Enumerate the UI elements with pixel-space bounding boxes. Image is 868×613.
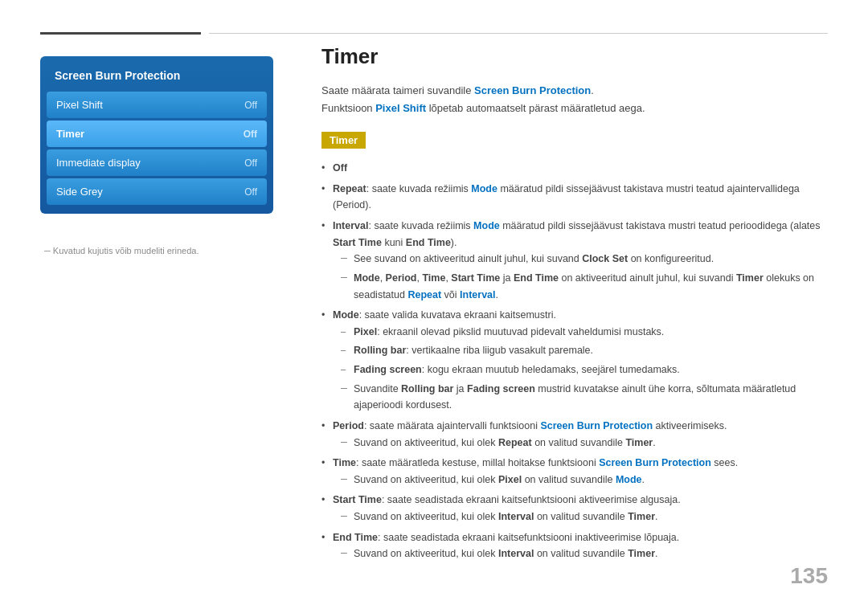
mode-note: Suvandite Rolling bar ja Fading screen m…	[341, 381, 828, 414]
end-time-sub-list: Suvand on aktiveeritud, kui olek Interva…	[341, 546, 828, 562]
intro-line-2: Funktsioon Pixel Shift lõpetab automaats…	[321, 100, 828, 117]
highlight-repeat: Repeat	[407, 289, 441, 300]
time-note: Suvand on aktiveeritud, kui olek Pixel o…	[341, 472, 828, 488]
highlight-mode-3: Mode	[616, 474, 642, 485]
bullet-mode: Mode: saate valida kuvatava ekraani kait…	[321, 307, 828, 414]
bullet-end-time: End Time: saate seadistada ekraani kaits…	[321, 529, 828, 562]
highlight-mode-2: Mode	[473, 220, 500, 231]
bullet-start-time: Start Time: saate seadistada ekraani kai…	[321, 492, 828, 525]
bullet-time: Time: saate määratleda kestuse, millal h…	[321, 455, 828, 488]
period-sub-list: Suvand on aktiveeritud, kui olek Repeat …	[341, 435, 828, 452]
note-clock-set: See suvand on aktiveeritud ainult juhul,…	[341, 251, 828, 268]
intro-text: Saate määrata taimeri suvandile Screen B…	[321, 82, 828, 117]
end-time-note: Suvand on aktiveeritud, kui olek Interva…	[341, 546, 828, 562]
side-grey-value: Off	[244, 186, 257, 198]
highlight-mode-1: Mode	[471, 183, 497, 194]
start-time-sub-list: Suvand on aktiveeritud, kui olek Interva…	[341, 509, 828, 525]
mode-note-list: Suvandite Rolling bar ja Fading screen m…	[341, 381, 828, 414]
line-light	[209, 33, 828, 34]
time-sub-list: Suvand on aktiveeritud, kui olek Pixel o…	[341, 472, 828, 488]
note-mode-period: Mode, Period, Time, Start Time ja End Ti…	[341, 270, 828, 303]
highlight-screen-burn-3: Screen Burn Protection	[599, 457, 711, 468]
right-content: Timer Saate määrata taimeri suvandile Sc…	[321, 44, 828, 566]
menu-item-pixel-shift[interactable]: Pixel Shift Off	[47, 92, 267, 118]
menu-title: Screen Burn Protection	[47, 63, 267, 92]
start-time-note: Suvand on aktiveeritud, kui olek Interva…	[341, 509, 828, 525]
interval-sub-list: See suvand on aktiveeritud ainult juhul,…	[341, 251, 828, 303]
bullet-repeat: Repeat: saate kuvada režiimis Mode määra…	[321, 181, 828, 214]
page-number: 135	[790, 563, 828, 589]
pixel-shift-label: Pixel Shift	[56, 99, 103, 111]
main-bullet-list: Off Repeat: saate kuvada režiimis Mode m…	[321, 160, 828, 562]
pixel-shift-value: Off	[244, 100, 257, 111]
line-dark	[40, 32, 201, 35]
footnote: Kuvatud kujutis võib mudeliti erineda.	[40, 246, 273, 255]
timer-label: Timer	[56, 128, 84, 140]
side-grey-label: Side Grey	[56, 186, 103, 198]
bullet-off: Off	[321, 160, 828, 177]
menu-box: Screen Burn Protection Pixel Shift Off T…	[40, 56, 273, 214]
bullet-period: Period: saate määrata ajaintervalli funk…	[321, 418, 828, 451]
highlight-screen-burn-2: Screen Burn Protection	[540, 420, 653, 431]
highlight-screen-burn-1: Screen Burn Protection	[474, 84, 591, 96]
page-title: Timer	[321, 44, 828, 69]
bullet-interval: Interval: saate kuvada režiimis Mode mää…	[321, 218, 828, 303]
mode-pixel: Pixel: ekraanil olevad pikslid muutuvad …	[341, 324, 828, 341]
immediate-display-label: Immediate display	[56, 157, 141, 169]
highlight-pixel-shift: Pixel Shift	[375, 102, 426, 114]
top-decorative-lines	[0, 32, 868, 35]
left-panel: Screen Burn Protection Pixel Shift Off T…	[40, 56, 273, 255]
content-body: Off Repeat: saate kuvada režiimis Mode m…	[321, 160, 828, 562]
period-note: Suvand on aktiveeritud, kui olek Repeat …	[341, 435, 828, 452]
mode-rolling-bar: Rolling bar: vertikaalne riba liigub vas…	[341, 342, 828, 359]
menu-item-side-grey[interactable]: Side Grey Off	[47, 178, 267, 205]
mode-sub-list: Pixel: ekraanil olevad pikslid muutuvad …	[341, 324, 828, 378]
section-heading: Timer	[321, 132, 366, 149]
highlight-interval: Interval	[460, 289, 495, 300]
menu-item-timer[interactable]: Timer Off	[47, 121, 267, 147]
mode-fading-screen: Fading screen: kogu ekraan muutub heleda…	[341, 362, 828, 378]
timer-value: Off	[244, 129, 257, 140]
immediate-display-value: Off	[244, 157, 257, 169]
menu-item-immediate-display[interactable]: Immediate display Off	[47, 149, 267, 176]
intro-line-1: Saate määrata taimeri suvandile Screen B…	[321, 82, 828, 100]
